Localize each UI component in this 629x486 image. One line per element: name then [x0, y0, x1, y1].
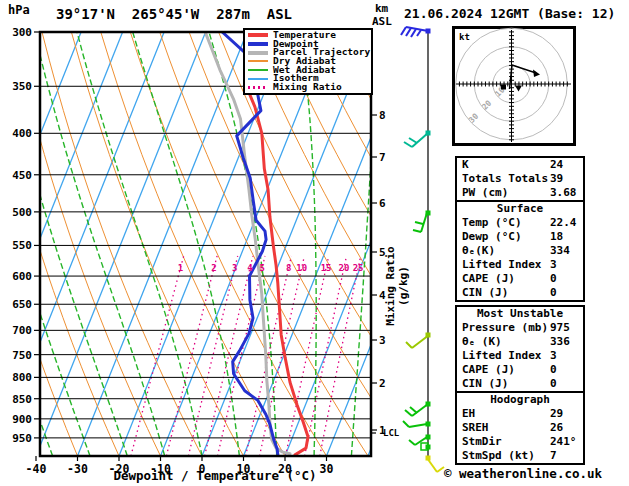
- wind-barb: [426, 456, 445, 473]
- row-label: Temp (°C): [462, 216, 550, 230]
- legend-label: Mixing Ratio: [273, 83, 342, 92]
- km-axis-unit-label: km: [375, 2, 388, 15]
- legend-box: TemperatureDewpointParcel TrajectoryDry …: [243, 28, 373, 95]
- row-value: 334: [550, 244, 570, 258]
- svg-text:-40: -40: [26, 462, 47, 476]
- row-label: K: [462, 158, 550, 172]
- row-value: 3: [550, 349, 557, 363]
- svg-text:500: 500: [12, 206, 32, 219]
- table-row: CIN (J)0: [457, 286, 583, 300]
- asl-axis-unit-label: ASL: [372, 15, 392, 28]
- row-value: 975: [550, 321, 570, 335]
- row-label: Pressure (mb): [462, 321, 550, 335]
- legend-item: Mixing Ratio: [245, 83, 371, 92]
- row-value: 18: [550, 230, 563, 244]
- hodograph-panel: 102030kt: [452, 26, 576, 146]
- row-label: θₑ (K): [462, 335, 550, 349]
- row-label: CAPE (J): [462, 272, 550, 286]
- pressure-tick-labels: 3003504004505005506006507007508008509009…: [12, 26, 40, 445]
- legend-swatch-thick: [248, 42, 268, 46]
- lcl-marker-label: LCL: [383, 428, 399, 438]
- table-row: Temp (°C)22.4: [457, 216, 583, 230]
- table-row: PW (cm)3.68: [457, 186, 583, 200]
- table-row: EH29: [457, 407, 583, 421]
- row-label: StmDir: [462, 435, 550, 449]
- table-row: SREH26: [457, 421, 583, 435]
- svg-text:600: 600: [12, 270, 32, 283]
- row-value: 0: [550, 377, 557, 391]
- wind-barb: [421, 443, 431, 450]
- svg-text:800: 800: [12, 371, 32, 384]
- svg-text:15: 15: [321, 263, 332, 273]
- run-date-label: 21.06.2024 12GMT (Base: 12): [404, 6, 615, 21]
- svg-text:7: 7: [379, 151, 386, 164]
- pressure-unit-label: hPa: [8, 3, 30, 17]
- svg-text:650: 650: [12, 298, 32, 311]
- row-label: Lifted Index: [462, 349, 550, 363]
- legend-swatch-thin: [248, 78, 268, 80]
- surface-table: SurfaceTemp (°C)22.4Dewp (°C)18θₑ(K)334L…: [455, 200, 585, 302]
- svg-text:950: 950: [12, 432, 32, 445]
- row-label: Totals Totals: [462, 172, 550, 186]
- table-row: CAPE (J)0: [457, 363, 583, 377]
- hodograph-unit-label: kt: [459, 32, 470, 42]
- row-label: EH: [462, 407, 550, 421]
- row-value: 241°: [550, 435, 577, 449]
- svg-text:350: 350: [12, 80, 32, 93]
- svg-text:2: 2: [211, 263, 216, 273]
- table-row: Lifted Index3: [457, 349, 583, 363]
- row-value: 0: [550, 286, 557, 300]
- table-row: Dewp (°C)18: [457, 230, 583, 244]
- table-row: Totals Totals39: [457, 172, 583, 186]
- row-label: Lifted Index: [462, 258, 550, 272]
- svg-text:550: 550: [12, 239, 32, 252]
- row-label: PW (cm): [462, 186, 550, 200]
- row-value: 39: [550, 172, 563, 186]
- svg-text:900: 900: [12, 413, 32, 426]
- mixing-ratio-labels: 12345810152025: [178, 263, 364, 273]
- table-row: Pressure (mb)975: [457, 321, 583, 335]
- most-unstable-table: Most UnstablePressure (mb)975θₑ (K)336Li…: [455, 305, 585, 393]
- svg-text:850: 850: [12, 393, 32, 406]
- temperature-axis-title: Dewpoint / Temperature (°C): [105, 468, 325, 483]
- wind-barb: [401, 27, 431, 37]
- row-label: Dewp (°C): [462, 230, 550, 244]
- svg-text:750: 750: [12, 349, 32, 362]
- row-value: 0: [550, 363, 557, 377]
- hodograph-stats-table: HodographEH29SREH26StmDir241°StmSpd (kt)…: [455, 391, 585, 465]
- table-row: CIN (J)0: [457, 377, 583, 391]
- wind-barb: [404, 131, 431, 148]
- svg-text:10: 10: [296, 263, 307, 273]
- svg-text:20: 20: [339, 263, 350, 273]
- table-row: K24: [457, 158, 583, 172]
- mixing-ratio-lines: [131, 256, 361, 456]
- table-row: StmSpd (kt)7: [457, 449, 583, 463]
- svg-text:400: 400: [12, 127, 32, 140]
- svg-text:8: 8: [379, 109, 386, 122]
- row-value: 3.68: [550, 186, 577, 200]
- row-label: SREH: [462, 421, 550, 435]
- svg-text:300: 300: [12, 26, 32, 39]
- svg-text:-30: -30: [67, 462, 88, 476]
- table-row: StmDir241°: [457, 435, 583, 449]
- legend-swatch-thin: [248, 69, 268, 71]
- table-row: θₑ (K)336: [457, 335, 583, 349]
- row-value: 7: [550, 449, 557, 463]
- row-value: 24: [550, 158, 563, 172]
- svg-text:2: 2: [379, 377, 386, 390]
- legend-swatch-thick: [248, 51, 268, 55]
- row-value: 26: [550, 421, 563, 435]
- row-value: 29: [550, 407, 563, 421]
- svg-text:5: 5: [259, 263, 264, 273]
- wind-barb-column: [401, 27, 444, 472]
- row-label: CAPE (J): [462, 363, 550, 377]
- table-row: Lifted Index3: [457, 258, 583, 272]
- row-label: θₑ(K): [462, 244, 550, 258]
- mixing-ratio-axis-label: Mixing Ratio (g/kg): [384, 225, 398, 347]
- svg-text:4: 4: [247, 263, 253, 273]
- wind-barb: [405, 402, 431, 417]
- stability-indices-table: K24Totals Totals39PW (cm)3.68: [455, 156, 585, 202]
- legend-swatch-dotted: [248, 86, 268, 89]
- table-section-header: Surface: [457, 202, 583, 216]
- svg-text:6: 6: [379, 197, 386, 210]
